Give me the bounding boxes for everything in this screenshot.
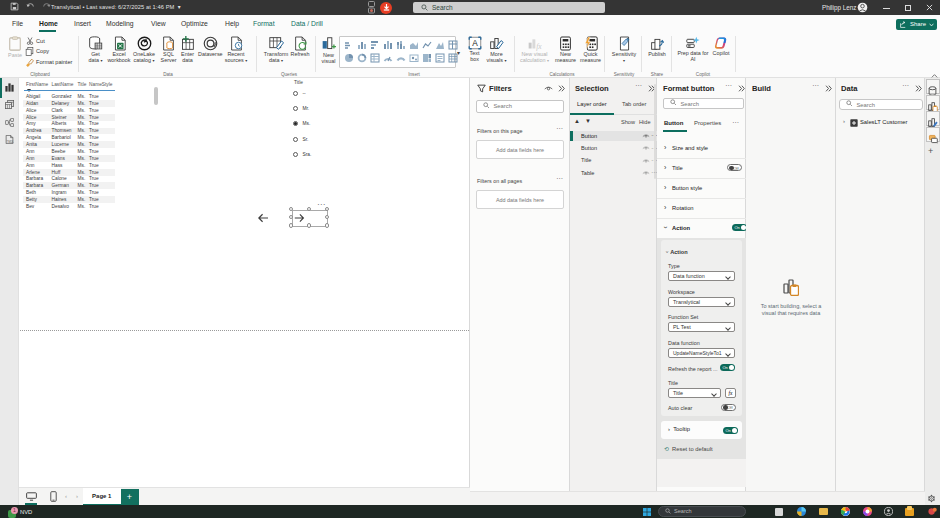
svg-text:fx: fx (536, 42, 542, 51)
svg-text:TMDL: TMDL (7, 140, 15, 144)
svg-text:A: A (472, 39, 478, 48)
